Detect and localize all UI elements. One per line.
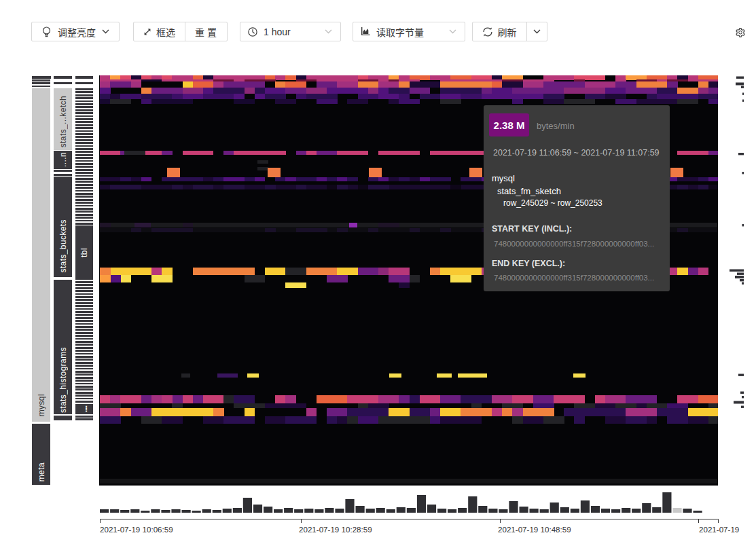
svg-text:2021-07-19 10:06:59: 2021-07-19 10:06:59: [100, 525, 173, 534]
svg-text:2021-07-19 10:28:59: 2021-07-19 10:28:59: [299, 525, 372, 534]
svg-text:2021-07-19: 2021-07-19: [699, 525, 739, 534]
svg-text:2021-07-19 10:48:59: 2021-07-19 10:48:59: [498, 525, 571, 534]
